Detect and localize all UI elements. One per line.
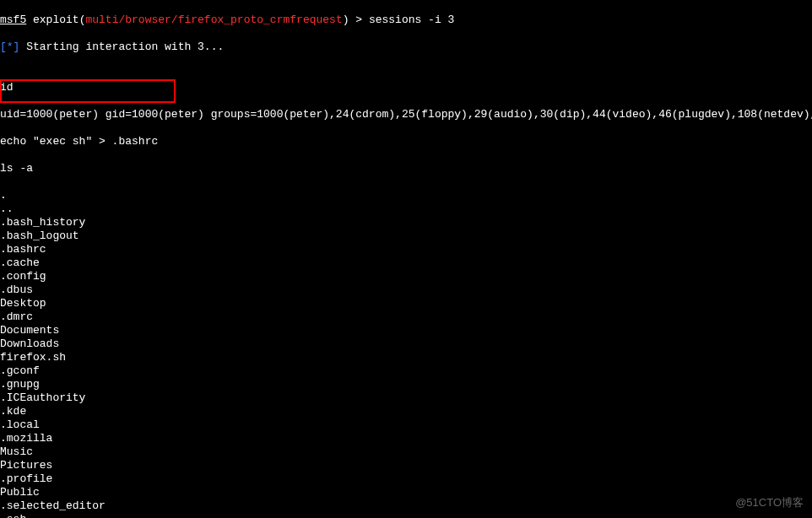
msf-prefix: msf5 <box>0 13 26 26</box>
file-list: ....bash_history.bash_logout.bashrc.cach… <box>0 189 812 518</box>
ls-command: ls -a <box>0 162 812 175</box>
prompt-suffix: ) > <box>343 13 369 26</box>
list-item: . <box>0 189 812 202</box>
prompt-line: msf5 exploit(multi/browser/firefox_proto… <box>0 13 812 27</box>
list-item: .bash_logout <box>0 229 812 243</box>
start-text: Starting interaction with 3... <box>19 40 224 53</box>
list-item: firefox.sh <box>0 351 812 364</box>
list-item: Downloads <box>0 337 812 351</box>
list-item: .gnupg <box>0 378 812 391</box>
exploit-module: multi/browser/firefox_proto_crmfrequest <box>85 13 342 26</box>
id-output: uid=1000(peter) gid=1000(peter) groups=1… <box>0 108 812 121</box>
list-item: .bash_history <box>0 216 812 229</box>
list-item: .mozilla <box>0 432 812 445</box>
list-item: .cache <box>0 256 812 270</box>
sessions-command: sessions -i 3 <box>369 13 454 26</box>
list-item: Pictures <box>0 459 812 472</box>
list-item: .ICEauthority <box>0 391 812 405</box>
watermark: @51CTO博客 <box>735 496 804 510</box>
list-item: .kde <box>0 405 812 418</box>
list-item: Music <box>0 445 812 459</box>
list-item: .profile <box>0 472 812 486</box>
list-item: .local <box>0 418 812 432</box>
list-item: .gconf <box>0 364 812 378</box>
id-command: id <box>0 81 812 94</box>
terminal-output[interactable]: msf5 exploit(multi/browser/firefox_proto… <box>0 0 812 518</box>
exploit-label: exploit( <box>26 13 85 26</box>
list-item: Public <box>0 486 812 499</box>
echo-command: echo "exec sh" > .bashrc <box>0 135 812 148</box>
list-item: .. <box>0 202 812 216</box>
status-marker: [*] <box>0 40 19 53</box>
list-item: Documents <box>0 324 812 337</box>
list-item: .selected_editor <box>0 499 812 513</box>
list-item: .config <box>0 270 812 283</box>
list-item: .ssh <box>0 513 812 518</box>
start-interaction-line: [*] Starting interaction with 3... <box>0 40 812 54</box>
list-item: .bashrc <box>0 243 812 256</box>
list-item: .dmrc <box>0 310 812 324</box>
list-item: Desktop <box>0 297 812 310</box>
list-item: .dbus <box>0 283 812 297</box>
